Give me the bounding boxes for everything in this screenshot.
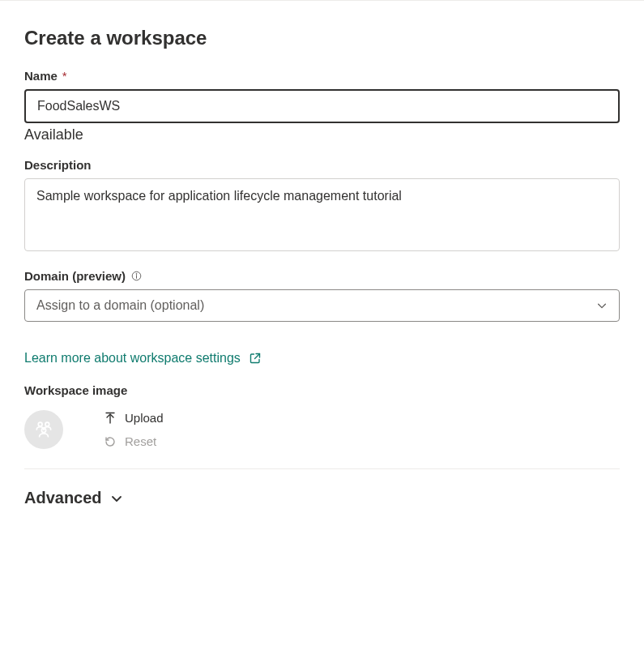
upload-label: Upload: [125, 411, 164, 425]
svg-point-4: [38, 422, 42, 426]
advanced-toggle[interactable]: Advanced: [24, 489, 123, 507]
workspace-image-label: Workspace image: [24, 383, 620, 397]
domain-label: Domain (preview): [24, 269, 620, 283]
domain-label-text: Domain (preview): [24, 269, 126, 283]
reset-button: Reset: [104, 434, 164, 448]
upload-button[interactable]: Upload: [104, 411, 164, 425]
svg-line-3: [254, 354, 259, 359]
chevron-down-icon: [110, 492, 123, 505]
page-title: Create a workspace: [24, 27, 620, 49]
chevron-down-icon: [596, 300, 608, 311]
section-divider: [24, 468, 620, 469]
description-field-group: Description: [24, 158, 620, 254]
name-availability-status: Available: [24, 126, 620, 143]
domain-dropdown[interactable]: Assign to a domain (optional): [24, 289, 620, 322]
required-indicator: *: [62, 69, 67, 83]
svg-point-2: [136, 273, 137, 274]
description-input[interactable]: [24, 178, 620, 251]
upload-icon: [104, 412, 117, 425]
domain-field-group: Domain (preview) Assign to a domain (opt…: [24, 269, 620, 322]
name-input[interactable]: [24, 89, 620, 123]
workspace-image-section: Workspace image Uplo: [24, 383, 620, 449]
external-link-icon: [249, 352, 262, 365]
reset-label: Reset: [125, 434, 156, 448]
description-label: Description: [24, 158, 620, 172]
advanced-label: Advanced: [24, 489, 102, 507]
domain-dropdown-placeholder: Assign to a domain (optional): [36, 298, 204, 313]
name-field-group: Name * Available: [24, 69, 620, 143]
learn-more-link[interactable]: Learn more about workspace settings: [24, 351, 262, 366]
name-label: Name *: [24, 69, 620, 83]
reset-icon: [104, 435, 117, 448]
workspace-avatar-placeholder: [24, 410, 63, 449]
name-label-text: Name: [24, 69, 58, 83]
info-icon[interactable]: [130, 271, 142, 282]
learn-more-text: Learn more about workspace settings: [24, 351, 241, 366]
svg-point-5: [45, 422, 49, 426]
